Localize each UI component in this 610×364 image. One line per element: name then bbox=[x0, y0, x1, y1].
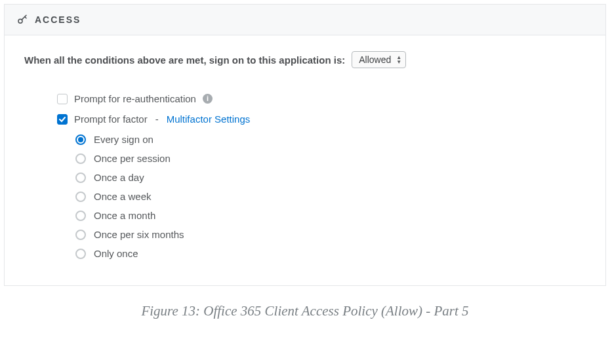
radio-every-sign-on: Every sign on bbox=[75, 134, 590, 145]
factor-frequency-radios: Every sign on Once per session Once a da… bbox=[57, 134, 590, 259]
multifactor-settings-link[interactable]: Multifactor Settings bbox=[167, 113, 251, 125]
factor-label: Prompt for factor bbox=[74, 113, 148, 125]
radio-input-only-once[interactable] bbox=[75, 249, 86, 259]
radio-once-a-week: Once a week bbox=[75, 191, 590, 202]
signon-label: When all the conditions above are met, s… bbox=[24, 54, 345, 66]
reauth-row: Prompt for re-authentication i bbox=[57, 93, 590, 104]
radio-label: Once a week bbox=[94, 191, 152, 202]
separator-dash: - bbox=[155, 113, 159, 125]
radio-once-per-six-months: Once per six months bbox=[75, 229, 590, 240]
radio-input-once-per-session[interactable] bbox=[75, 153, 86, 164]
figure-caption: Figure 13: Office 365 Client Access Poli… bbox=[4, 303, 606, 319]
radio-once-a-month: Once a month bbox=[75, 210, 590, 221]
radio-label: Once a month bbox=[94, 210, 155, 221]
radio-label: Once per session bbox=[94, 153, 171, 164]
options-block: Prompt for re-authentication i Prompt fo… bbox=[24, 93, 590, 259]
radio-label: Once per six months bbox=[94, 229, 184, 240]
factor-row: Prompt for factor - Multifactor Settings bbox=[57, 113, 590, 125]
radio-once-a-day: Once a day bbox=[75, 172, 590, 183]
radio-input-once-a-week[interactable] bbox=[75, 192, 86, 202]
signon-select[interactable]: Allowed ▲▼ bbox=[352, 51, 406, 68]
panel-header: ACCESS bbox=[5, 5, 605, 35]
radio-only-once: Only once bbox=[75, 248, 590, 259]
radio-once-per-session: Once per session bbox=[75, 153, 590, 164]
radio-label: Every sign on bbox=[94, 134, 153, 145]
radio-input-once-a-month[interactable] bbox=[75, 211, 86, 221]
radio-input-every-sign-on[interactable] bbox=[75, 134, 86, 145]
reauth-label: Prompt for re-authentication bbox=[74, 93, 196, 104]
radio-input-once-per-six-months[interactable] bbox=[75, 230, 86, 240]
radio-label: Once a day bbox=[94, 172, 144, 183]
key-icon bbox=[16, 14, 28, 26]
select-arrows-icon: ▲▼ bbox=[396, 55, 401, 64]
radio-label: Only once bbox=[94, 248, 138, 259]
panel-body: When all the conditions above are met, s… bbox=[5, 35, 605, 285]
signon-row: When all the conditions above are met, s… bbox=[24, 51, 590, 68]
factor-checkbox[interactable] bbox=[57, 114, 68, 125]
radio-input-once-a-day[interactable] bbox=[75, 172, 86, 183]
panel-title: ACCESS bbox=[35, 14, 81, 25]
signon-select-value: Allowed bbox=[359, 54, 391, 65]
info-icon[interactable]: i bbox=[203, 94, 213, 104]
reauth-checkbox[interactable] bbox=[57, 94, 68, 104]
access-panel: ACCESS When all the conditions above are… bbox=[4, 4, 606, 286]
